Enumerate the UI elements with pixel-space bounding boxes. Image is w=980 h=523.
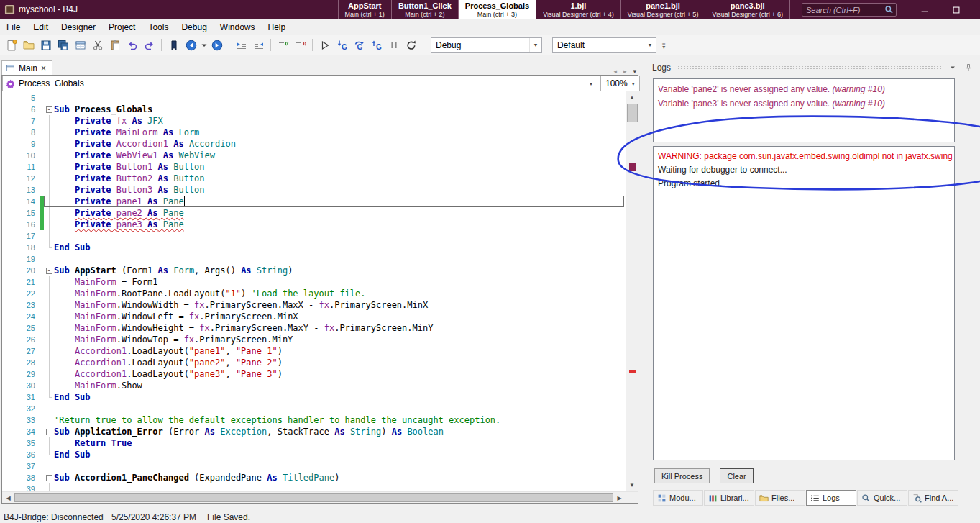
fold-collapse-icon[interactable]: -: [46, 475, 52, 481]
code-line-21[interactable]: 21 MainForm = Form1: [2, 276, 626, 288]
chevron-down-icon[interactable]: ▼: [644, 38, 656, 52]
fold-collapse-icon[interactable]: -: [46, 268, 52, 274]
save-all-button[interactable]: [55, 37, 71, 53]
minimize-icon[interactable]: [920, 5, 930, 15]
outdent-button[interactable]: [250, 37, 267, 53]
code-line-20[interactable]: 20-Sub AppStart (Form1 As Form, Args() A…: [2, 265, 626, 276]
code-line-15[interactable]: 15 Private pane2 As Pane: [2, 207, 626, 219]
menu-item-file[interactable]: File: [0, 20, 27, 35]
panel-tab-finda[interactable]: Find A...: [908, 490, 958, 506]
menu-item-edit[interactable]: Edit: [27, 20, 55, 35]
panel-tab-modu[interactable]: Modu...: [653, 490, 703, 506]
line-number[interactable]: 18: [2, 242, 40, 253]
line-number[interactable]: 6: [2, 104, 40, 115]
line-number[interactable]: 8: [2, 127, 40, 138]
restart-button[interactable]: [403, 37, 419, 53]
scroll-left-icon[interactable]: ◀: [2, 492, 14, 504]
code-line-27[interactable]: 27 Accordion1.LoadLayout("pane1", "Pane …: [2, 345, 626, 357]
designer-button[interactable]: [72, 37, 88, 53]
code-line-16[interactable]: 16 Private pane3 As Pane: [2, 219, 626, 230]
open-project-button[interactable]: [20, 37, 37, 53]
code-line-30[interactable]: 30 MainForm.Show: [2, 380, 626, 391]
log-output-area[interactable]: WARNING: package com.sun.javafx.embed.sw…: [653, 146, 955, 460]
code-line-36[interactable]: 36End Sub: [2, 449, 626, 460]
line-number[interactable]: 7: [2, 115, 40, 127]
code-line-33[interactable]: 33'Return true to allow the default exce…: [2, 414, 626, 426]
zoom-dropdown[interactable]: 100% ▼: [600, 76, 640, 91]
undo-button[interactable]: [124, 37, 140, 53]
panel-tab-logs[interactable]: Logs: [806, 490, 856, 506]
code-line-22[interactable]: 22 MainForm.RootPane.LoadLayout("1") 'Lo…: [2, 288, 626, 299]
fold-collapse-icon[interactable]: -: [46, 429, 52, 435]
code-line-32[interactable]: 32: [2, 403, 626, 414]
log-warning-line[interactable]: Variable 'pane3' is never assigned any v…: [658, 96, 950, 111]
nav-back-button[interactable]: [183, 37, 199, 53]
line-number[interactable]: 39: [2, 483, 40, 491]
code-line-13[interactable]: 13 Private Button3 As Button: [2, 184, 626, 196]
tab-list-dropdown-icon[interactable]: ▾: [633, 68, 636, 75]
horizontal-scrollbar-thumb[interactable]: [14, 493, 613, 502]
scroll-down-icon[interactable]: ▼: [626, 479, 638, 491]
panel-tab-librari[interactable]: Librari...: [704, 490, 754, 506]
code-line-10[interactable]: 10 Private WebView1 As WebView: [2, 150, 626, 161]
titlebar-tab-1-bjl[interactable]: 1.bjlVisual Designer (ctrl + 4): [536, 0, 620, 19]
titlebar-tab-appstart[interactable]: AppStartMain (ctrl + 1): [338, 0, 391, 19]
dropdown-arrow-button[interactable]: [200, 37, 208, 53]
chevron-down-icon[interactable]: ▼: [628, 76, 639, 91]
code-line-12[interactable]: 12 Private Button2 As Button: [2, 173, 626, 184]
close-tab-icon[interactable]: ×: [41, 64, 46, 73]
line-number[interactable]: 37: [2, 460, 40, 472]
sub-selector-dropdown[interactable]: Process_Globals ▼: [2, 76, 597, 91]
menu-item-windows[interactable]: Windows: [214, 20, 262, 35]
code-line-18[interactable]: 18End Sub: [2, 242, 626, 253]
step-out-button[interactable]: G: [368, 37, 385, 53]
code-line-26[interactable]: 26 MainForm.WindowTop = fx.PrimaryScreen…: [2, 334, 626, 345]
chevron-down-icon[interactable]: ▼: [585, 76, 597, 91]
tab-main[interactable]: Main ×: [1, 60, 52, 75]
save-button[interactable]: [37, 37, 54, 53]
clear-logs-button[interactable]: Clear: [720, 468, 753, 483]
line-number[interactable]: 27: [2, 345, 40, 357]
panel-tab-files[interactable]: Files...: [755, 490, 805, 506]
line-number[interactable]: 33: [2, 414, 40, 426]
vertical-scrollbar-thumb[interactable]: [627, 104, 638, 122]
line-number[interactable]: 22: [2, 288, 40, 299]
code-line-7[interactable]: 7 Private fx As JFX: [2, 115, 626, 127]
line-number[interactable]: 9: [2, 138, 40, 150]
line-number[interactable]: 31: [2, 391, 40, 403]
search-box[interactable]: [802, 3, 897, 17]
bookmark-button[interactable]: [165, 37, 182, 53]
code-line-37[interactable]: 37: [2, 460, 626, 472]
new-file-button[interactable]: [3, 37, 19, 53]
kill-process-button[interactable]: Kill Process: [654, 468, 710, 483]
scroll-tabs-left-icon[interactable]: ◂: [613, 68, 617, 75]
code-line-38[interactable]: 38-Sub Accordion1_PaneChanged (ExpandedP…: [2, 472, 626, 483]
menu-item-designer[interactable]: Designer: [55, 20, 102, 35]
nav-forward-button[interactable]: [209, 37, 225, 53]
search-input[interactable]: [806, 6, 884, 14]
code-line-25[interactable]: 25 MainForm.WindowHeight = fx.PrimaryScr…: [2, 322, 626, 334]
scroll-up-icon[interactable]: ▲: [626, 91, 638, 104]
uncomment-button[interactable]: [292, 37, 308, 53]
line-number[interactable]: 5: [2, 92, 40, 104]
titlebar-tab-process-globals[interactable]: Process_GlobalsMain (ctrl + 3): [458, 0, 536, 19]
code-line-28[interactable]: 28 Accordion1.LoadLayout("pane2", "Pane …: [2, 357, 626, 368]
code-line-11[interactable]: 11 Private Button1 As Button: [2, 161, 626, 173]
panel-drag-grip[interactable]: [677, 65, 942, 71]
menu-item-project[interactable]: Project: [102, 20, 142, 35]
code-line-14[interactable]: 14 Private pane1 As Pane: [2, 196, 626, 207]
code-line-19[interactable]: 19: [2, 253, 626, 265]
toolbar-overflow-icon[interactable]: ≡▾: [662, 42, 666, 49]
line-number[interactable]: 25: [2, 322, 40, 334]
line-number[interactable]: 26: [2, 334, 40, 345]
vertical-scrollbar[interactable]: ▲ ▼: [626, 91, 638, 491]
run-button[interactable]: [316, 37, 333, 53]
line-number[interactable]: 21: [2, 276, 40, 288]
line-number[interactable]: 38: [2, 472, 40, 483]
line-number[interactable]: 12: [2, 173, 40, 184]
code-line-17[interactable]: 17: [2, 230, 626, 242]
pin-icon[interactable]: [964, 63, 973, 72]
comment-button[interactable]: [275, 37, 291, 53]
build-config-dropdown[interactable]: Default ▼: [552, 37, 656, 53]
chevron-down-icon[interactable]: [948, 63, 957, 72]
